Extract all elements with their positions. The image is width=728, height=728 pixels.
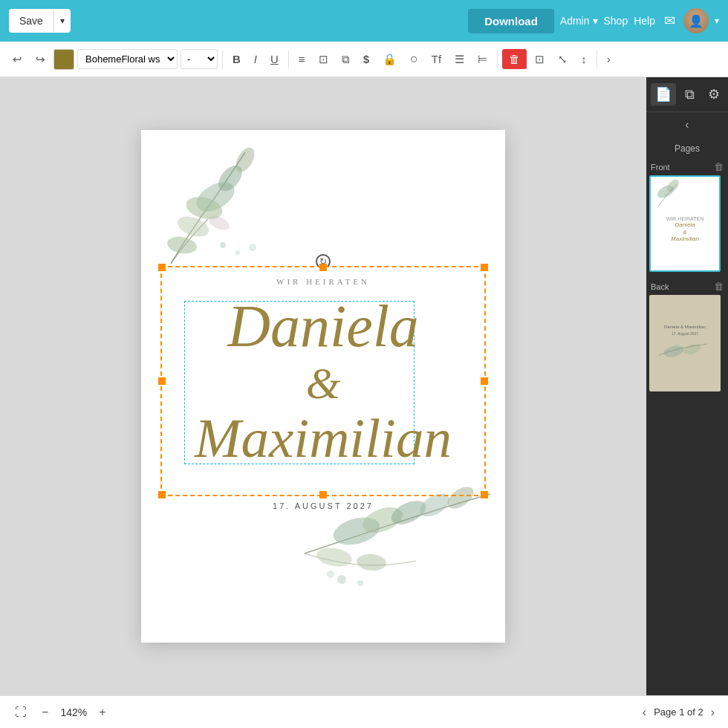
svg-point-19 — [327, 571, 334, 578]
underline-button[interactable]: U — [265, 49, 284, 69]
ruler-button[interactable]: ↕ — [576, 49, 592, 69]
top-toolbar: Save ▾ Download Admin ▾ Shop Help ✉ 👤 ▾ — [0, 0, 728, 42]
globe-button[interactable]: ○ — [405, 48, 423, 71]
font-size-select[interactable]: - — [181, 49, 218, 69]
text-align-button[interactable]: ⊨ — [472, 49, 493, 70]
page-item-back: Back 🗑 Daniela & Maximilian 17. August 2… — [649, 281, 725, 391]
name-maximilian-text: Maximilian — [141, 408, 505, 469]
page-navigation: ‹ Page 1 of 2 › — [640, 704, 718, 721]
save-caret-button[interactable]: ▾ — [53, 10, 71, 32]
svg-point-7 — [235, 250, 240, 255]
avatar[interactable]: 👤 — [683, 8, 709, 33]
avatar-caret[interactable]: ▾ — [715, 16, 719, 26]
settings-tab-icon[interactable]: ⚙ — [703, 83, 724, 105]
font-name-select[interactable]: BohemeFloral ws — [77, 49, 178, 69]
undo-button[interactable]: ↩ — [7, 49, 27, 70]
floral-top-left-decoration — [149, 137, 290, 279]
layers-button[interactable]: ⧉ — [337, 49, 355, 70]
svg-point-5 — [166, 235, 198, 256]
zoom-in-button[interactable]: + — [94, 703, 110, 722]
shop-button[interactable]: Shop — [604, 15, 628, 27]
page-label-front: Front — [651, 163, 670, 172]
thumb-back-inner: Daniela & Maximilian 17. August 2027 — [649, 295, 721, 391]
pages-tab-icon[interactable]: 📄 — [651, 83, 676, 105]
canvas-area[interactable]: ↻ WIR HEIRATEN Daniela & Maximilian — [0, 77, 646, 695]
font-format-button[interactable]: Tf — [426, 49, 446, 69]
thumb-names: Daniela&Maximilian — [671, 221, 699, 243]
handle-top-right[interactable] — [481, 264, 488, 271]
avatar-image: 👤 — [683, 8, 709, 33]
thumb-back-text: Daniela & Maximilian 17. August 2027 — [664, 324, 706, 337]
date-text: 17. AUGUST 2027 — [141, 501, 505, 510]
prev-page-button[interactable]: ‹ — [640, 704, 649, 721]
redo-button[interactable]: ↪ — [30, 49, 51, 70]
dollar-button[interactable]: $ — [358, 49, 374, 69]
svg-point-22 — [663, 344, 686, 360]
main-area: ↻ WIR HEIRATEN Daniela & Maximilian — [0, 77, 728, 695]
thumb-back-floral — [655, 340, 715, 363]
wir-heiraten-text: WIR HEIRATEN — [141, 277, 505, 286]
right-panel: 📄 ⧉ ⚙ ‹ Pages Front 🗑 — [646, 77, 728, 695]
svg-point-15 — [356, 553, 387, 571]
color-swatch[interactable] — [53, 49, 74, 70]
layers-tab-icon[interactable]: ⧉ — [680, 84, 699, 105]
handle-top-middle[interactable] — [319, 264, 327, 271]
handle-bottom-left[interactable] — [158, 491, 166, 498]
crop-button[interactable]: ⊡ — [530, 49, 550, 70]
rotate-handle[interactable]: ↻ — [316, 254, 331, 269]
design-card[interactable]: ↻ WIR HEIRATEN Daniela & Maximilian — [141, 130, 505, 643]
panel-collapse-button[interactable]: ‹ — [646, 112, 728, 137]
svg-point-8 — [249, 244, 256, 251]
page-delete-back[interactable]: 🗑 — [714, 281, 724, 292]
divider-4 — [597, 51, 597, 68]
list-button[interactable]: ☰ — [449, 49, 469, 70]
save-btn-group: Save ▾ — [9, 9, 71, 33]
thumb-floral-tl — [651, 177, 718, 214]
svg-point-17 — [337, 575, 346, 584]
download-button[interactable]: Download — [468, 9, 554, 33]
page-delete-front[interactable]: 🗑 — [714, 161, 724, 172]
svg-point-6 — [220, 242, 226, 248]
more-button[interactable]: › — [602, 49, 616, 69]
lock-button[interactable]: 🔒 — [377, 49, 402, 70]
admin-label: Admin — [560, 15, 590, 27]
page-label-back: Back — [651, 282, 669, 291]
frame-button[interactable]: ⊡ — [313, 49, 334, 70]
page-thumbnail-front[interactable]: WIR HEIRATEN Daniela&Maximilian — [649, 175, 721, 272]
align-button[interactable]: ≡ — [293, 49, 311, 69]
thumb-front-inner: WIR HEIRATEN Daniela&Maximilian — [651, 177, 719, 270]
save-button[interactable]: Save — [9, 9, 53, 33]
name-amp-text: & — [141, 359, 505, 408]
next-page-button[interactable]: › — [708, 704, 718, 721]
divider-2 — [288, 51, 289, 68]
fullscreen-button[interactable]: ⛶ — [10, 703, 31, 722]
zoom-out-button[interactable]: − — [37, 703, 53, 722]
panel-section-title: Pages — [646, 137, 728, 158]
thumb-wir: WIR HEIRATEN — [666, 216, 703, 221]
bold-button[interactable]: B — [227, 49, 246, 69]
italic-button[interactable]: I — [249, 49, 262, 69]
page-item-header-back: Back 🗑 — [649, 281, 725, 295]
page-thumbnail-back[interactable]: Daniela & Maximilian 17. August 2027 — [649, 295, 721, 391]
mail-icon[interactable]: ✉ — [661, 13, 677, 29]
page-info-text: Page 1 of 2 — [654, 706, 703, 718]
svg-point-23 — [683, 342, 703, 356]
panel-tabs: 📄 ⧉ ⚙ — [646, 77, 728, 112]
svg-point-14 — [315, 545, 353, 569]
page-item-front: Front 🗑 WIR HEIRATEN Daniela&Maximilian — [649, 161, 725, 272]
floral-bottom-right-decoration — [297, 479, 505, 598]
divider-3 — [497, 51, 498, 68]
delete-button[interactable]: 🗑 — [502, 49, 527, 69]
divider-1 — [222, 51, 223, 68]
names-container: Daniela & Maximilian — [141, 293, 505, 469]
help-button[interactable]: Help — [634, 15, 655, 27]
page-item-header-front: Front 🗑 — [649, 161, 725, 175]
zoom-level: 142% — [59, 706, 88, 718]
svg-point-18 — [357, 580, 363, 586]
resize-button[interactable]: ⤡ — [553, 49, 573, 70]
admin-button[interactable]: Admin ▾ — [560, 15, 598, 27]
second-toolbar: ↩ ↪ BohemeFloral ws - B I U ≡ ⊡ ⧉ $ 🔒 ○ … — [0, 42, 728, 77]
pages-list: Front 🗑 WIR HEIRATEN Daniela&Maximilian — [646, 158, 728, 695]
admin-chevron-icon: ▾ — [593, 15, 598, 27]
name-daniela-text: Daniela — [141, 293, 505, 359]
